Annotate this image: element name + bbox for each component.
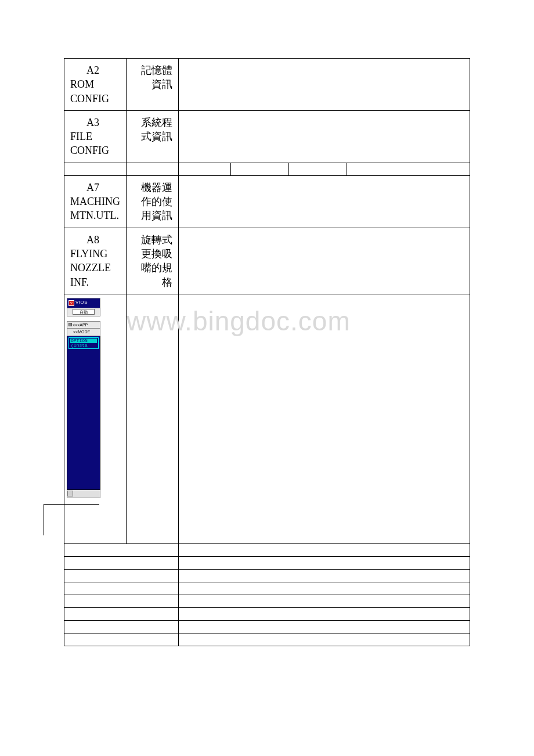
table-row [64, 633, 470, 646]
horizontal-scrollbar[interactable] [67, 490, 100, 498]
header-row-app: <<<APP [67, 321, 100, 329]
embedded-app-window: V VIOS 自動 <<<APP <<MODE OPTION (Insta [67, 298, 100, 498]
scrollbar-thumb[interactable] [67, 491, 73, 496]
cell-a7-desc: 機器運作的使用資訊 [127, 175, 179, 228]
table-row [64, 620, 470, 633]
table-row [64, 543, 470, 556]
spec-table: A2 ROM CONFIG 記憶體資訊 A3 FILE CONFIG 系統程式資… [64, 58, 470, 646]
cell-a7-empty [179, 175, 470, 228]
cell-a8-empty [179, 228, 470, 294]
table-row: A3 FILE CONFIG 系統程式資訊 [64, 110, 470, 163]
toolbar-row: 自動 [67, 308, 100, 316]
auto-button[interactable]: 自動 [73, 309, 95, 315]
cell-a3-code: A3 FILE CONFIG [64, 110, 127, 163]
table-row [64, 569, 470, 582]
cell-a2-desc: 記憶體資訊 [127, 59, 179, 111]
cell-a8-desc: 旋轉式更換吸嘴的規格 [127, 228, 179, 294]
window-title: VIOS [75, 300, 88, 306]
table-empty-row [64, 163, 470, 175]
cell-screenshot-empty [179, 294, 470, 543]
cell-a3-desc: 系統程式資訊 [127, 110, 179, 163]
cell-a3-empty [179, 110, 470, 163]
table-row: A7 MACHING MTN.UTL. 機器運作的使用資訊 [64, 175, 470, 228]
table-row [64, 607, 470, 620]
table-row [64, 582, 470, 595]
cell-a2-empty [179, 59, 470, 111]
table-row: A8 FLYING NOZZLE INF. 旋轉式更換吸嘴的規格 [64, 228, 470, 294]
cell-a7-code: A7 MACHING MTN.UTL. [64, 175, 127, 228]
table-row [64, 556, 470, 569]
option-box[interactable]: OPTION (Insta [68, 337, 99, 349]
option-line-sub: (Insta [70, 343, 97, 348]
table-row: A2 ROM CONFIG 記憶體資訊 [64, 59, 470, 111]
app-icon: V [68, 300, 74, 306]
cell-screenshot-desc [127, 294, 179, 543]
table-screenshot-row: V VIOS 自動 <<<APP <<MODE OPTION (Insta [64, 294, 470, 543]
table-row [64, 595, 470, 607]
header-row-mode: <<MODE [67, 329, 100, 336]
cell-a8-code: A8 FLYING NOZZLE INF. [64, 228, 127, 294]
cell-a2-code: A2 ROM CONFIG [64, 59, 127, 111]
embedded-screenshot-cell: V VIOS 自動 <<<APP <<MODE OPTION (Insta [64, 294, 127, 543]
content-panel: OPTION (Insta [67, 336, 100, 490]
titlebar: V VIOS [67, 298, 100, 308]
